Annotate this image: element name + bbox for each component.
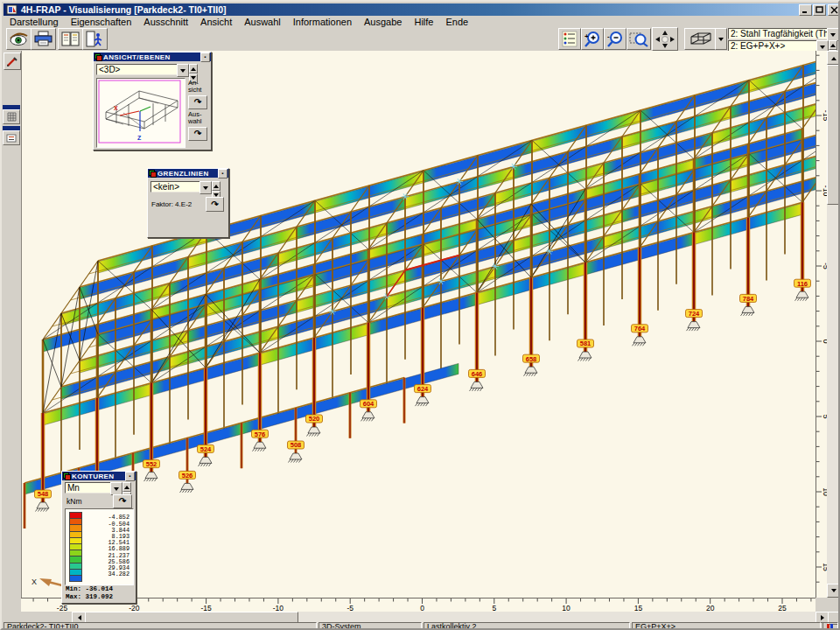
up-arrow-icon [831,54,836,60]
svg-text:508: 508 [290,441,302,449]
pencil-icon [6,55,18,67]
chevron-down-icon [180,69,186,75]
projection-dropdown-button[interactable] [715,28,727,50]
auswahl-apply-button[interactable]: ↷ [188,127,207,141]
menu-eigenschaften[interactable]: Eigenschaften [65,17,138,27]
app-icon [6,4,18,15]
zoom-in-button[interactable]: + [581,28,604,50]
node-label: 116 [794,279,811,287]
edit-mode-button[interactable] [4,52,21,70]
panel-title: GRENZLINIEN [156,170,218,178]
minimized-panel-values[interactable] [3,126,20,145]
up-arrow-icon [124,483,130,489]
properties-button[interactable] [558,28,581,50]
panel-collapse-button[interactable]: ▪ [125,472,135,481]
node-label: 724 [686,310,703,318]
chevron-down-icon [203,186,208,192]
scroll-up-button[interactable] [827,51,840,65]
menu-ausgabe[interactable]: Ausgabe [358,17,408,27]
loadcase-combo[interactable]: 2: EG+P+X+> [728,40,819,52]
loadcase-spinner-up[interactable] [829,40,837,50]
apply-icon: ↷ [119,497,126,506]
exit-button[interactable] [82,28,108,50]
panel-ansicht-titlebar[interactable]: ANSICHT/EBENEN ▪ [94,52,211,61]
view-combo-dropdown[interactable] [177,64,189,77]
node-label: 604 [360,400,377,408]
exit-door-icon [85,31,105,47]
menu-informationen[interactable]: Informationen [287,17,358,27]
view-spinner-up[interactable] [189,64,198,74]
zoom-window-button[interactable] [626,28,651,50]
unit-label: kNm [66,497,81,506]
grenzlinien-apply-button[interactable]: ↷ [206,197,224,212]
status-bar: Parkdeck2- TI0+TII0 3D-System Lastkollek… [4,622,838,630]
zoom-out-button[interactable]: - [604,28,626,50]
view-combo[interactable]: <3D> [96,64,178,75]
node-label: 576 [252,430,269,438]
panel-collapse-button[interactable]: ▪ [200,52,210,62]
panel-grenzlinien-titlebar[interactable]: GRENZLINIEN ▪ [148,169,228,178]
view-thumbnail[interactable]: XZ [96,78,186,148]
contour-combo-dropdown[interactable] [110,482,122,495]
panel-collapse-button[interactable]: ▪ [218,169,228,178]
node-label: 526 [179,471,196,479]
ansicht-apply-button[interactable]: ↷ [188,95,207,109]
projection-button[interactable] [684,28,716,50]
close-button[interactable] [828,4,840,16]
svg-text:526: 526 [182,472,193,480]
panel-konturen: KONTUREN ▪ Mn kNm ↷ -4.852-0.5043.8448.1… [61,471,136,604]
node-label: 658 [523,354,540,362]
grenzlinien-combo[interactable]: <kein> [150,181,201,192]
status-project: Parkdeck2- TI0+TII0 [4,622,317,630]
svg-text:784: 784 [743,295,754,303]
menu-ansicht[interactable]: Ansicht [194,17,238,27]
node-label: 784 [740,294,757,302]
down-arrow-icon [831,589,836,595]
print-button[interactable] [31,28,56,50]
svg-text:764: 764 [634,325,646,332]
panel-icon [149,170,156,177]
scroll-down-button[interactable] [827,584,840,598]
unit-apply-button[interactable]: ↷ [113,494,132,508]
menu-darstellung[interactable]: Darstellung [4,17,65,27]
svg-text:+: + [584,32,589,40]
panel-konturen-titlebar[interactable]: KONTUREN ▪ [62,472,136,480]
contour-combo[interactable]: Mn [65,482,112,494]
title-bar[interactable]: 4H-FRAP - Visualisierung [Parkdeck2- TI0… [4,4,838,16]
minimized-panel-grid[interactable] [3,105,20,124]
svg-text:724: 724 [689,310,700,318]
menu-auswahl[interactable]: Auswahl [238,17,287,27]
menu-ende[interactable]: Ende [439,17,474,27]
left-arrow-icon [75,615,81,620]
apply-icon: ↷ [194,130,201,138]
menu-hilfe[interactable]: Hilfe [408,17,439,27]
view-settings-button[interactable] [6,28,32,50]
grenzlinien-combo-dropdown[interactable] [200,181,212,194]
zoom-out-icon: - [606,31,624,47]
minimize-button[interactable] [799,4,812,16]
minimize-icon [802,6,809,14]
grenzlinien-spinner-up[interactable] [212,181,220,191]
chevron-down-icon [830,33,836,39]
grid-icon [7,112,17,122]
contour-spinner-up[interactable] [122,482,131,492]
node-label: 548 [35,490,52,498]
vertical-scroll-thumb[interactable] [827,65,840,205]
svg-text:576: 576 [255,430,266,438]
menu-ausschnitt[interactable]: Ausschnitt [137,17,194,27]
vertical-scrollbar[interactable] [827,51,840,598]
chevron-down-icon [718,38,724,44]
status-loadgroup: Lastkollektiv 2 [424,622,630,630]
left-sidebar [2,51,21,598]
result-combo[interactable]: 2: Stahl Tragfähigkeit (Th. 2. O [728,28,830,39]
application-window: 4H-FRAP - Visualisierung [Parkdeck2- TI0… [0,0,840,630]
pan-control[interactable] [652,27,678,51]
right-arrow-icon [821,615,827,620]
node-label: 646 [469,369,486,377]
status-icon [822,622,838,630]
min-value: Min: -36.014 [66,585,113,593]
maximize-button[interactable] [813,4,826,16]
pages-button[interactable] [58,28,83,50]
svg-text:604: 604 [363,400,374,408]
properties-list-icon [562,31,578,47]
